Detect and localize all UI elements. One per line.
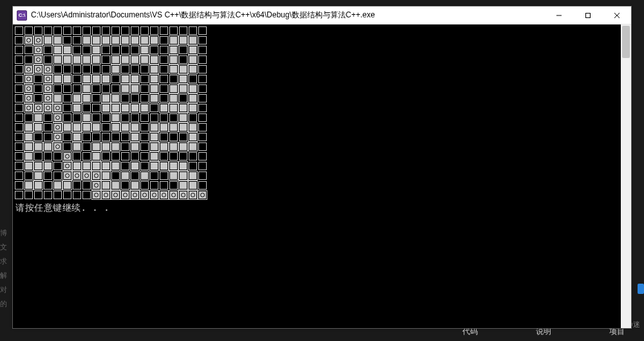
maximize-button[interactable] (573, 6, 602, 24)
maze-cell (130, 113, 140, 122)
maze-cell (53, 26, 62, 35)
maze-cell (14, 132, 24, 142)
maze-cell (169, 74, 178, 84)
maze-cell (111, 142, 120, 151)
maze-cell (33, 180, 43, 190)
maze-cell (149, 64, 159, 74)
maze-cell (14, 190, 24, 200)
maze-cell (72, 161, 82, 171)
maze-cell (159, 93, 169, 103)
console-area[interactable]: 请按任意键继续. . . (13, 24, 631, 328)
maze-cell (149, 161, 159, 171)
maze-cell (198, 84, 207, 93)
maze-cell (178, 171, 188, 180)
maze-cell (14, 151, 24, 161)
maze-cell (149, 45, 159, 55)
maze-cell (120, 84, 130, 93)
maze-cell (53, 64, 62, 74)
maze-cell (91, 142, 101, 151)
maze-cell (82, 45, 91, 55)
page-scroll-indicator[interactable] (638, 284, 644, 294)
maze-cell (53, 93, 62, 103)
maze-cell (169, 151, 178, 161)
maze-cell (43, 151, 53, 161)
maze-cell (24, 64, 33, 74)
maze-cell (198, 161, 207, 171)
maze-cell (159, 64, 169, 74)
maze-cell (198, 113, 207, 122)
maze-cell (130, 45, 140, 55)
maze-cell (24, 93, 33, 103)
maze-cell (53, 103, 62, 113)
maze-cell (149, 132, 159, 142)
maze-cell (53, 55, 62, 64)
maze-cell (140, 180, 149, 190)
maze-cell (178, 93, 188, 103)
maze-cell (101, 84, 111, 93)
maze-cell (91, 161, 101, 171)
maze-cell (198, 74, 207, 84)
maze-cell (169, 190, 178, 200)
maze-cell (14, 74, 24, 84)
maze-cell (62, 74, 72, 84)
maze-cell (91, 74, 101, 84)
close-button[interactable] (602, 6, 631, 24)
maze-cell (33, 132, 43, 142)
maze-cell (169, 113, 178, 122)
maze-cell (14, 93, 24, 103)
maze-cell (14, 142, 24, 151)
maze-cell (101, 161, 111, 171)
maze-cell (91, 151, 101, 161)
maze-cell (178, 26, 188, 35)
maze-cell (91, 93, 101, 103)
console-scrollbar[interactable] (621, 24, 631, 328)
maze-cell (140, 161, 149, 171)
maze-cell (120, 132, 130, 142)
maze-cell (24, 171, 33, 180)
titlebar[interactable]: C:\ C:\Users\Administrator\Documents\VS … (13, 6, 631, 24)
maze-cell (62, 64, 72, 74)
maze-cell (72, 132, 82, 142)
maze-cell (169, 26, 178, 35)
maze-cell (159, 55, 169, 64)
maze-cell (149, 35, 159, 45)
maze-cell (62, 142, 72, 151)
maze-cell (140, 74, 149, 84)
maze-cell (72, 55, 82, 64)
maze-cell (14, 55, 24, 64)
maze-cell (111, 122, 120, 132)
maze-cell (178, 190, 188, 200)
maze-cell (130, 35, 140, 45)
maze-cell (198, 122, 207, 132)
maze-cell (130, 142, 140, 151)
maze-cell (120, 93, 130, 103)
maze-cell (140, 190, 149, 200)
maze-cell (159, 180, 169, 190)
maze-cell (130, 122, 140, 132)
maze-cell (72, 171, 82, 180)
maze-cell (24, 45, 33, 55)
maze-cell (53, 171, 62, 180)
maze-cell (43, 122, 53, 132)
maze-cell (198, 26, 207, 35)
maze-cell (159, 142, 169, 151)
maze-cell (169, 171, 178, 180)
maze-cell (91, 64, 101, 74)
maze-cell (72, 64, 82, 74)
maze-cell (120, 161, 130, 171)
scrollbar-thumb[interactable] (622, 26, 630, 58)
minimize-button[interactable] (544, 6, 573, 24)
maze-cell (33, 190, 43, 200)
maze-cell (101, 93, 111, 103)
maze-cell (149, 26, 159, 35)
maze-cell (72, 180, 82, 190)
maze-cell (72, 151, 82, 161)
maze-cell (43, 161, 53, 171)
maze-cell (62, 93, 72, 103)
maze-cell (62, 35, 72, 45)
maze-cell (111, 190, 120, 200)
maze-cell (130, 64, 140, 74)
maze-cell (53, 180, 62, 190)
maze-cell (188, 55, 198, 64)
maze-cell (188, 180, 198, 190)
